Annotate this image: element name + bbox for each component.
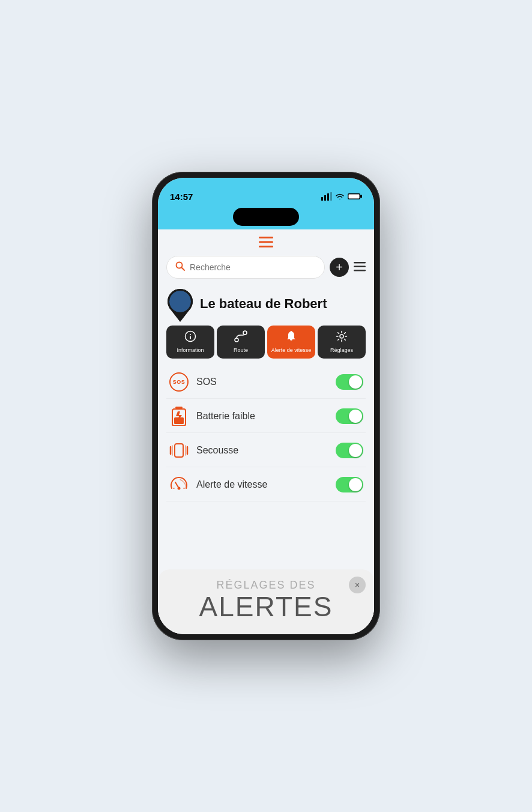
search-input[interactable] [190, 262, 316, 272]
sos-icon: SOS [169, 372, 189, 392]
svg-rect-15 [354, 270, 366, 271]
status-bar: 14:57 [158, 178, 374, 208]
svg-rect-1 [324, 195, 326, 201]
wifi-icon [335, 193, 345, 200]
search-icon [175, 261, 185, 273]
phone-frame: 14:57 [152, 172, 380, 640]
alert-speed-row: Alerte de vitesse [166, 468, 366, 501]
vessel-pin-svg [166, 288, 194, 322]
search-magnifier-icon [175, 261, 185, 271]
svg-rect-32 [175, 444, 183, 457]
speed-toggle[interactable] [336, 477, 363, 492]
speed-icon [169, 474, 189, 495]
dynamic-island [158, 208, 374, 229]
bell-icon [285, 330, 297, 345]
route-icon [234, 330, 247, 345]
vessel-pin [166, 288, 194, 320]
modal-close-button[interactable]: × [349, 577, 366, 593]
svg-rect-29 [175, 407, 183, 408]
tab-reglages-label: Réglages [330, 347, 353, 354]
svg-point-26 [243, 331, 247, 335]
svg-point-27 [291, 331, 292, 333]
tab-alerte-vitesse[interactable]: Alerte de vitesse [267, 326, 315, 359]
svg-rect-14 [354, 265, 366, 267]
search-box [166, 256, 325, 279]
tab-alerte-vitesse-label: Alerte de vitesse [271, 347, 312, 354]
alert-sos-row: SOS SOS [166, 366, 366, 399]
tab-route[interactable]: Route [217, 326, 265, 359]
settings-icon [336, 330, 348, 345]
svg-rect-7 [360, 195, 362, 198]
battery-toggle[interactable] [336, 408, 363, 424]
signal-icon [321, 192, 332, 201]
alerts-list: SOS SOS Batterie faibl [158, 366, 374, 570]
status-time: 14:57 [170, 192, 193, 202]
svg-rect-10 [259, 246, 273, 247]
status-icons [321, 192, 362, 201]
svg-point-33 [178, 486, 181, 489]
svg-line-12 [182, 268, 185, 271]
vessel-header: Le bateau de Robert [158, 285, 374, 326]
svg-rect-18 [169, 291, 191, 312]
search-row: + [158, 256, 374, 285]
battery-icon [348, 193, 362, 200]
bottom-modal: × RÉGLAGES DES ALERTES [158, 569, 374, 634]
svg-rect-6 [349, 195, 360, 199]
tab-reglages[interactable]: Réglages [318, 326, 366, 359]
svg-point-25 [235, 338, 238, 342]
svg-rect-8 [259, 237, 273, 238]
hamburger-icon [259, 237, 273, 247]
app-content: + [158, 229, 374, 634]
menu-button[interactable] [354, 261, 366, 274]
svg-rect-13 [354, 262, 366, 264]
secousse-toggle[interactable] [336, 443, 363, 458]
tab-route-label: Route [234, 347, 248, 354]
tab-bar: Information Route [158, 326, 374, 359]
vibrate-icon [169, 440, 189, 461]
battery-low-icon [169, 406, 189, 426]
add-button[interactable]: + [330, 258, 349, 277]
island-pill [233, 208, 299, 226]
sos-toggle[interactable] [336, 374, 363, 390]
hamburger-button[interactable] [259, 235, 273, 251]
tab-information-label: Information [177, 347, 204, 354]
secousse-label: Secousse [196, 445, 328, 456]
svg-point-28 [340, 335, 343, 338]
alert-vibrate-row: Secousse [166, 434, 366, 467]
information-icon [184, 330, 196, 345]
svg-rect-0 [321, 197, 323, 201]
modal-title-large: ALERTES [170, 592, 362, 622]
svg-rect-2 [327, 193, 329, 201]
svg-point-23 [190, 334, 191, 335]
battery-label: Batterie faible [196, 411, 328, 422]
phone-screen: 14:57 [158, 178, 374, 634]
vessel-name: Le bateau de Robert [200, 296, 327, 312]
tab-information[interactable]: Information [166, 326, 214, 359]
speed-alert-label: Alerte de vitesse [196, 479, 328, 490]
modal-title-small: RÉGLAGES DES [170, 579, 362, 592]
svg-rect-9 [259, 241, 273, 243]
menu-lines-icon [354, 262, 366, 271]
alert-battery-row: Batterie faible [166, 400, 366, 433]
top-bar [158, 229, 374, 256]
svg-rect-24 [190, 336, 191, 339]
sos-label: SOS [196, 377, 328, 387]
svg-rect-3 [330, 192, 332, 201]
